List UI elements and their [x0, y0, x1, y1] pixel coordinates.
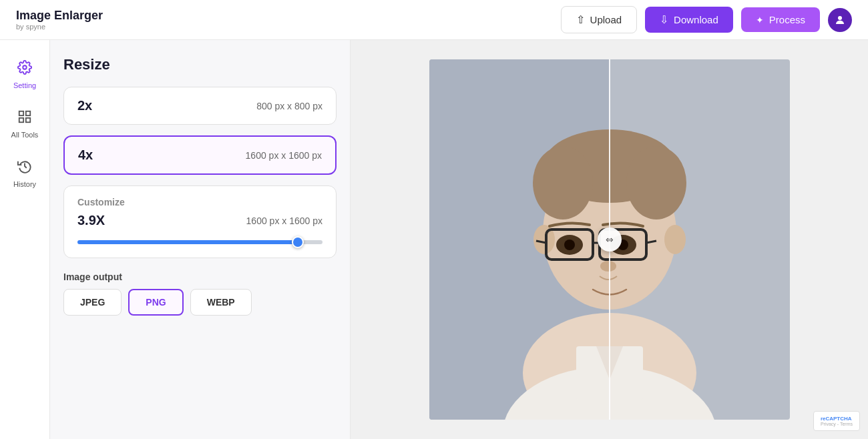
image-output-section: Image output JPEG PNG WEBP: [63, 272, 337, 316]
process-label: Process: [769, 14, 805, 25]
process-button[interactable]: ✦ Process: [741, 7, 820, 32]
format-buttons: JPEG PNG WEBP: [63, 289, 337, 316]
download-label: Download: [674, 14, 718, 25]
image-area: ⇔ reCAPTCHA Privacy - Terms: [351, 40, 868, 439]
svg-point-27: [600, 261, 616, 272]
svg-text:⇔: ⇔: [606, 234, 614, 245]
recaptcha-links: Privacy - Terms: [821, 422, 853, 426]
app-subtitle: by spyne: [16, 23, 103, 31]
recaptcha-logo: reCAPTCHA: [821, 416, 853, 422]
svg-rect-2: [19, 111, 23, 115]
customize-dims: 1600 px x 1600 px: [246, 215, 322, 226]
customize-card: Customize 3.9X 1600 px x 1600 px: [63, 185, 337, 258]
preview-image: ⇔: [429, 59, 790, 420]
svg-point-0: [838, 16, 842, 20]
user-icon: [834, 14, 846, 26]
avatar[interactable]: [828, 8, 852, 32]
svg-point-14: [533, 146, 593, 220]
grid-icon: [17, 109, 32, 128]
logo: Image Enlarger by spyne: [16, 9, 103, 31]
resize-card-4x[interactable]: 4x 1600 px x 1600 px: [63, 135, 337, 175]
recaptcha-badge: reCAPTCHA Privacy - Terms: [813, 411, 860, 431]
panel-title: Resize: [63, 56, 337, 73]
format-png-label: PNG: [146, 297, 166, 308]
sidebar-setting-label: Setting: [13, 81, 36, 89]
upload-label: Upload: [590, 14, 622, 25]
resize-card-2x[interactable]: 2x 800 px x 800 px: [63, 87, 337, 125]
app-title: Image Enlarger: [16, 9, 103, 23]
svg-rect-5: [26, 118, 30, 122]
resize-4x-dims: 1600 px x 1600 px: [246, 150, 322, 161]
header-actions: ⇧ Upload ⇩ Download ✦ Process: [561, 6, 852, 33]
sidebar-alltools-label: All Tools: [11, 131, 39, 139]
svg-rect-3: [26, 111, 30, 115]
sidebar-item-alltools[interactable]: All Tools: [5, 103, 45, 145]
body: Setting All Tools History Resize: [0, 40, 868, 439]
upload-button[interactable]: ⇧ Upload: [561, 6, 638, 33]
control-panel: Resize 2x 800 px x 800 px 4x 1600 px x 1…: [50, 40, 351, 439]
resize-2x-label: 2x: [77, 98, 92, 113]
upload-icon: ⇧: [576, 13, 585, 26]
before-after-container: ⇔: [429, 59, 790, 420]
svg-point-17: [664, 225, 686, 254]
customize-slider[interactable]: [77, 240, 322, 244]
sidebar: Setting All Tools History: [0, 40, 50, 439]
download-icon: ⇩: [660, 13, 668, 26]
svg-point-25: [564, 240, 575, 250]
download-button[interactable]: ⇩ Download: [645, 7, 733, 33]
format-webp-button[interactable]: WEBP: [190, 289, 252, 316]
format-jpeg-label: JPEG: [80, 297, 105, 308]
customize-row: 3.9X 1600 px x 1600 px: [77, 213, 322, 228]
svg-point-15: [626, 146, 686, 220]
format-jpeg-button[interactable]: JPEG: [63, 289, 122, 316]
customize-value: 3.9X: [77, 213, 105, 228]
header: Image Enlarger by spyne ⇧ Upload ⇩ Downl…: [0, 0, 868, 40]
customize-title: Customize: [77, 197, 322, 207]
slider-container: [77, 235, 322, 247]
sidebar-history-label: History: [13, 180, 36, 188]
history-icon: [17, 159, 32, 177]
resize-4x-label: 4x: [78, 147, 93, 163]
gear-icon: [17, 60, 32, 79]
svg-rect-4: [19, 118, 23, 122]
image-output-title: Image output: [63, 272, 337, 282]
resize-2x-dims: 800 px x 800 px: [256, 101, 322, 111]
svg-point-1: [23, 65, 27, 69]
sidebar-item-history[interactable]: History: [5, 152, 45, 195]
format-webp-label: WEBP: [207, 297, 235, 308]
format-png-button[interactable]: PNG: [128, 289, 183, 316]
sidebar-item-setting[interactable]: Setting: [5, 53, 45, 96]
process-icon: ✦: [756, 15, 764, 25]
